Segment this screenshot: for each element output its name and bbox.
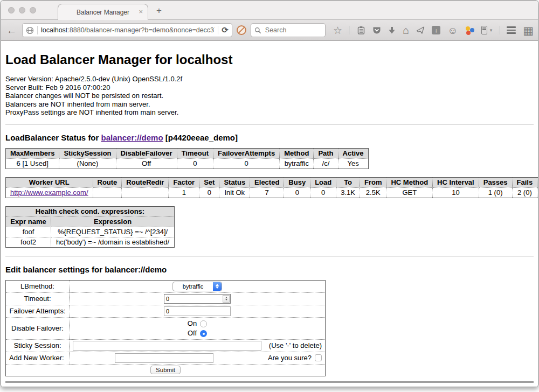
blocked-plugin-icon[interactable] xyxy=(237,25,246,35)
worker-url-link[interactable]: http://www.example.com/ xyxy=(10,188,88,197)
divider xyxy=(5,124,534,125)
col-elected: Elected xyxy=(250,177,284,187)
add-worker-label: Add New Worker: xyxy=(6,352,70,364)
page-content: Load Balancer Manager for localhost Serv… xyxy=(1,41,538,387)
browser-tab[interactable]: Balancer Manager × xyxy=(58,4,148,20)
tab-close-icon[interactable]: × xyxy=(139,8,143,15)
col-from: From xyxy=(360,177,386,187)
table-row: foof %{REQUEST_STATUS} =~ /^[234]/ xyxy=(6,227,175,237)
cell-hc-interval: 10 xyxy=(433,187,479,198)
timeout-label: Timeout: xyxy=(6,292,70,305)
cell-to: 3.1K xyxy=(336,187,360,198)
cell-method: bytraffic xyxy=(280,158,314,169)
cell-factor: 1 xyxy=(169,187,199,198)
table-row: 6 [1 Used] (None) Off 0 0 bytraffic /c/ … xyxy=(6,158,369,169)
search-bar[interactable] xyxy=(251,23,326,37)
cell-status: Init Ok xyxy=(219,187,250,198)
form-row-add-worker: Add New Worker: Are you sure? xyxy=(6,352,326,364)
select-stepper-icon xyxy=(213,282,222,291)
close-window-button[interactable] xyxy=(8,7,15,13)
col-route: Route xyxy=(93,177,122,187)
toolbar-icons: ☆ ⌂ xyxy=(333,26,534,35)
col-fails: Fails xyxy=(512,177,537,187)
bookmarks-clipboard-icon[interactable] xyxy=(357,26,365,35)
send-tab-icon[interactable] xyxy=(416,26,425,34)
sticky-session-input[interactable] xyxy=(73,341,261,351)
extension-dots-icon[interactable] xyxy=(465,26,474,35)
failover-attempts-input[interactable]: 0 xyxy=(164,306,231,316)
server-built: Server Built: Feb 9 2016 07:00:20 xyxy=(5,83,534,92)
balancer-status-table: MaxMembers StickySession DisableFailover… xyxy=(5,148,369,169)
chevron-down-icon[interactable]: ▾ xyxy=(490,26,493,35)
cell-expression: hc('body') =~ /domain is established/ xyxy=(51,237,175,247)
cell-stickysession: (None) xyxy=(59,158,116,169)
are-you-sure-checkbox[interactable] xyxy=(315,354,322,361)
minimize-window-button[interactable] xyxy=(19,7,25,13)
device-sync-icon[interactable] xyxy=(481,26,487,34)
cell-disablefailover: Off xyxy=(116,158,177,169)
col-method: Method xyxy=(280,148,314,158)
menu-hamburger-icon[interactable] xyxy=(507,26,516,34)
disable-failover-off-label: Off xyxy=(188,329,197,337)
lbmethod-select[interactable]: bytraffic xyxy=(172,282,222,291)
submit-button[interactable]: Submit xyxy=(150,366,181,374)
divider xyxy=(5,256,534,257)
pocket-icon[interactable] xyxy=(372,26,381,34)
form-row-lbmethod: LBmethod: bytraffic xyxy=(6,280,326,292)
cell-expr-name: foof xyxy=(6,227,51,237)
back-icon[interactable]: ← xyxy=(5,25,18,36)
globe-icon xyxy=(26,26,34,34)
add-worker-input[interactable] xyxy=(115,353,213,363)
save-download-icon[interactable]: ↓ xyxy=(432,26,440,34)
home-icon[interactable]: ⌂ xyxy=(403,26,409,35)
col-status: Status xyxy=(219,177,250,187)
status-heading-suffix: [p4420eeae_demo] xyxy=(163,133,238,142)
zoom-window-button[interactable] xyxy=(30,7,36,13)
url-bar[interactable]: localhost:8880/balancer-manager?b=demo&n… xyxy=(22,23,232,37)
col-hc-interval: HC Interval xyxy=(433,177,479,187)
form-row-timeout: Timeout: 0 xyxy=(6,292,326,305)
form-row-disable-failover: Disable Failover: On Off xyxy=(6,317,326,339)
new-tab-button[interactable]: + xyxy=(156,6,162,15)
notice-inherit: Balancers are NOT inherited from main se… xyxy=(5,100,534,109)
search-input[interactable] xyxy=(264,26,318,34)
balancer-link[interactable]: balancer://demo xyxy=(101,133,163,142)
sticky-session-hint: (Use '-' to delete) xyxy=(269,341,322,349)
server-version: Server Version: Apache/2.5.0-dev (Unix) … xyxy=(5,75,534,83)
disable-failover-on-radio[interactable] xyxy=(200,320,207,327)
timeout-value: 0 xyxy=(164,296,223,302)
downloads-icon[interactable] xyxy=(388,26,396,34)
cell-active: Yes xyxy=(338,158,368,169)
lbmethod-label: LBmethod: xyxy=(6,280,70,292)
col-maxmembers: MaxMembers xyxy=(6,148,59,158)
notice-proxypass: ProxyPass settings are NOT inherited fro… xyxy=(5,108,534,117)
cell-route xyxy=(93,187,122,198)
search-icon xyxy=(254,27,261,34)
cell-busy: 0 xyxy=(284,187,310,198)
bookmark-star-icon[interactable]: ☆ xyxy=(333,26,342,35)
reload-icon[interactable]: ⟳ xyxy=(222,25,229,35)
chat-smiley-icon[interactable]: ☺ xyxy=(447,26,458,35)
number-spinner-icon[interactable] xyxy=(223,295,230,303)
url-text[interactable]: localhost:8880/balancer-manager?b=demo&n… xyxy=(41,26,215,34)
table-header-row: Worker URL Route RouteRedir Factor Set S… xyxy=(6,177,538,187)
col-stickysession: StickySession xyxy=(59,148,116,158)
col-timeout: Timeout xyxy=(177,148,213,158)
disable-failover-off-radio[interactable] xyxy=(200,330,207,337)
urlbar-divider xyxy=(37,26,38,34)
col-expr-name: Expr name xyxy=(6,216,51,227)
timeout-input[interactable]: 0 xyxy=(164,294,231,304)
worker-status-table: Worker URL Route RouteRedir Factor Set S… xyxy=(5,177,538,198)
form-row-sticky: Sticky Session: (Use '-' to delete) xyxy=(6,339,326,352)
col-set: Set xyxy=(199,177,219,187)
titlebar: Balancer Manager × + xyxy=(1,1,538,20)
cell-timeout: 0 xyxy=(177,158,213,169)
col-worker-url: Worker URL xyxy=(6,177,93,187)
navigation-toolbar: ← localhost:8880/balancer-manager?b=demo… xyxy=(1,20,538,41)
status-heading-prefix: LoadBalancer Status for xyxy=(5,133,101,142)
browser-window: Balancer Manager × + ← localhost:8880/ba… xyxy=(1,0,538,387)
col-hc-uri: HC uri xyxy=(537,177,538,187)
grid-extension-icon[interactable]: ▦ xyxy=(523,26,534,35)
url-host: localhost xyxy=(41,26,67,34)
cell-path: /c/ xyxy=(314,158,338,169)
